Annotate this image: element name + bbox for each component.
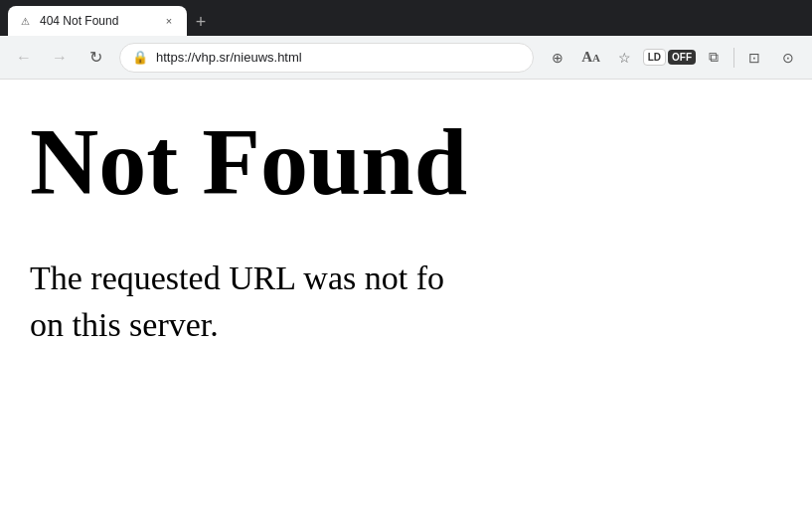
zoom-button[interactable]: ⊕: [542, 42, 573, 74]
new-tab-button[interactable]: +: [187, 8, 215, 36]
page-content: Not Found The requested URL was not foon…: [0, 80, 812, 519]
not-found-heading: Not Found: [30, 109, 782, 215]
extension-ld-button[interactable]: LD: [643, 49, 666, 66]
url-path: /nieuws.html: [230, 50, 301, 65]
tab-title: 404 Not Found: [40, 14, 153, 28]
extension-off-button[interactable]: OFF: [668, 50, 696, 65]
profile-button[interactable]: ⊙: [772, 42, 804, 74]
address-bar[interactable]: 🔒 https://vhp.sr/nieuws.html: [119, 43, 534, 73]
tab-favicon-icon: ⚠: [18, 14, 32, 28]
lock-icon: 🔒: [132, 50, 148, 65]
title-bar: ⚠ 404 Not Found × +: [0, 0, 812, 36]
extensions-button[interactable]: ⧉: [698, 42, 730, 74]
font-button[interactable]: AA: [575, 42, 607, 74]
forward-button[interactable]: →: [44, 42, 76, 74]
back-button[interactable]: ←: [8, 42, 40, 74]
url-host: vhp.sr: [195, 50, 230, 65]
reload-button[interactable]: ↻: [80, 42, 111, 74]
url-text: https://vhp.sr/nieuws.html: [156, 50, 521, 65]
tab-close-button[interactable]: ×: [161, 13, 177, 29]
nav-right-buttons: ⊕ AA ☆ LD OFF ⧉ ⊡ ⊙: [542, 42, 804, 74]
bookmark-button[interactable]: ☆: [609, 42, 641, 74]
browser-tab[interactable]: ⚠ 404 Not Found ×: [8, 6, 187, 36]
url-scheme: https://: [156, 50, 195, 65]
split-view-button[interactable]: ⊡: [738, 42, 770, 74]
not-found-body: The requested URL was not foon this serv…: [30, 255, 782, 349]
nav-divider: [733, 48, 734, 68]
nav-bar: ← → ↻ 🔒 https://vhp.sr/nieuws.html ⊕ AA …: [0, 36, 812, 80]
browser-window: ⚠ 404 Not Found × + ← → ↻ 🔒 https://vhp.…: [0, 0, 812, 519]
